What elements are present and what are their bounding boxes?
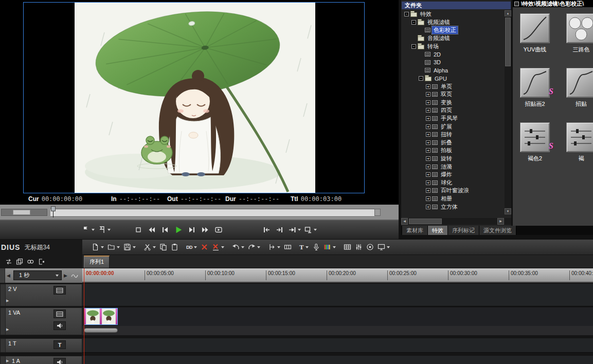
undo-button[interactable]: [231, 242, 245, 253]
dropdown-caret-icon[interactable]: [333, 246, 336, 248]
tree-item-video-filters[interactable]: -视频滤镜: [401, 19, 504, 27]
save-project-button[interactable]: [122, 242, 137, 253]
collapse-icon[interactable]: -: [404, 12, 409, 16]
stop-button[interactable]: [132, 223, 145, 236]
effect-thumbnail[interactable]: [566, 13, 593, 43]
rewind-button[interactable]: [145, 223, 158, 236]
export-frame-button[interactable]: [302, 223, 318, 236]
effect-thumbnail[interactable]: S: [520, 68, 550, 98]
expand-icon[interactable]: +: [426, 180, 430, 185]
expand-icon[interactable]: +: [426, 92, 430, 97]
tree-item[interactable]: +涟漪: [401, 162, 504, 171]
expand-icon[interactable]: +: [426, 100, 430, 105]
effect-item-sepia[interactable]: 褐: [566, 122, 593, 162]
track-1va-content[interactable]: [82, 307, 593, 335]
new-clip-button[interactable]: [91, 242, 105, 253]
track-visibility-icon[interactable]: [53, 310, 66, 318]
track-expand-icon[interactable]: ▶: [6, 299, 9, 303]
scale-increase-icon[interactable]: ▶: [64, 273, 67, 278]
tab-sequence-markers[interactable]: 序列标记: [448, 226, 479, 235]
dropdown-caret-icon[interactable]: [314, 229, 317, 231]
tree-item-2d[interactable]: 2D: [401, 50, 504, 59]
sync-mode-icon[interactable]: [5, 258, 12, 265]
monitor-button[interactable]: [376, 242, 391, 253]
tree-item[interactable]: +球化: [401, 178, 504, 187]
folder-up-icon[interactable]: [514, 2, 519, 6]
tree-item[interactable]: +百叶窗波浪: [401, 187, 504, 195]
effect-item-poster[interactable]: 招贴: [566, 68, 593, 108]
tree-item[interactable]: +扩展: [401, 122, 504, 131]
track-1t-content[interactable]: [82, 338, 593, 353]
effect-thumbnail[interactable]: [520, 13, 550, 43]
track-expand-icon[interactable]: ▶: [6, 359, 9, 363]
loop-play-button[interactable]: [212, 223, 225, 236]
dropdown-caret-icon[interactable]: [277, 246, 280, 248]
expand-icon[interactable]: +: [426, 165, 430, 169]
expand-icon[interactable]: +: [426, 205, 430, 209]
tab-material-library[interactable]: 素材库: [402, 226, 428, 235]
effect-item-three-way[interactable]: 三路色: [566, 13, 593, 53]
tree-item-audio-filters[interactable]: 音频滤镜: [401, 34, 504, 43]
expand-icon[interactable]: +: [426, 108, 430, 113]
track-audio-icon[interactable]: [53, 321, 66, 330]
tree-item-gpu[interactable]: -GPU: [401, 75, 504, 83]
tree-item[interactable]: +四页: [401, 106, 504, 115]
track-2v-header[interactable]: 2 V ▶: [0, 284, 82, 306]
tree-item-3d[interactable]: 3D: [401, 59, 504, 67]
filmstrip-button[interactable]: [283, 242, 293, 253]
tree-item[interactable]: +立方体: [401, 203, 504, 211]
effect-thumbnail[interactable]: [566, 68, 593, 98]
tree-item[interactable]: +折叠: [401, 139, 504, 147]
scroll-up-icon[interactable]: ▲: [505, 10, 511, 16]
play-button[interactable]: [172, 223, 185, 236]
tree-item[interactable]: +拍板: [401, 147, 504, 155]
collapse-icon[interactable]: -: [411, 20, 416, 25]
expand-icon[interactable]: +: [426, 116, 430, 121]
expand-icon[interactable]: +: [426, 156, 430, 161]
frame-forward-button[interactable]: [185, 223, 199, 236]
dropdown-caret-icon[interactable]: [257, 246, 260, 248]
track-title-icon[interactable]: T: [53, 340, 66, 349]
dropdown-caret-icon[interactable]: [101, 246, 104, 248]
sync-lock-icon[interactable]: [27, 258, 34, 265]
track-1a-content[interactable]: [82, 356, 593, 364]
effect-item-poster2[interactable]: S 招贴画2: [520, 68, 550, 108]
effect-thumbnail[interactable]: S: [520, 122, 550, 152]
dropdown-caret-icon[interactable]: [221, 246, 224, 248]
redo-button[interactable]: [247, 242, 261, 253]
dropdown-caret-icon[interactable]: [92, 229, 95, 231]
delete-button[interactable]: [200, 242, 209, 253]
collapse-icon[interactable]: -: [419, 76, 423, 81]
scrollbar-thumb[interactable]: [409, 219, 442, 224]
expand-icon[interactable]: +: [426, 148, 430, 153]
tree-item[interactable]: +扭转: [401, 131, 504, 139]
timeline-playhead[interactable]: [84, 268, 84, 364]
expand-icon[interactable]: +: [426, 124, 430, 129]
colorbars-button[interactable]: [322, 242, 337, 253]
timescale-select[interactable]: 1 秒: [13, 270, 62, 280]
track-audio-icon[interactable]: [53, 358, 66, 364]
clip-audio-bar[interactable]: [84, 328, 118, 333]
expand-icon[interactable]: +: [426, 132, 430, 137]
expand-icon[interactable]: +: [426, 196, 430, 201]
effect-item-yuv-curve[interactable]: YUV曲线: [520, 13, 550, 53]
tree-item[interactable]: +手风琴: [401, 115, 504, 123]
dropdown-caret-icon[interactable]: [56, 275, 59, 277]
tree-item-transitions[interactable]: -转场: [401, 42, 504, 50]
dropdown-caret-icon[interactable]: [241, 246, 244, 248]
tab-source-browser[interactable]: 源文件浏览: [479, 226, 516, 235]
tree-vertical-scrollbar[interactable]: ▲ ▼: [505, 10, 511, 214]
frame-back-button[interactable]: [158, 223, 172, 236]
title-tool-button[interactable]: T: [298, 242, 310, 253]
tree-item[interactable]: +爆炸: [401, 171, 504, 179]
position-bar[interactable]: [50, 209, 381, 216]
track-2v-content[interactable]: [82, 284, 593, 306]
set-in-flag-button[interactable]: [80, 223, 96, 236]
tree-item[interactable]: +相册: [401, 195, 504, 203]
goto-in-button[interactable]: [260, 223, 273, 236]
tree-item-color-correction[interactable]: 色彩校正: [401, 26, 504, 34]
track-1a-header[interactable]: ▶ 1 A: [0, 356, 82, 364]
effect-thumbnail[interactable]: [566, 122, 593, 152]
open-project-button[interactable]: [106, 242, 121, 253]
snap-mode-icon[interactable]: [38, 258, 45, 265]
